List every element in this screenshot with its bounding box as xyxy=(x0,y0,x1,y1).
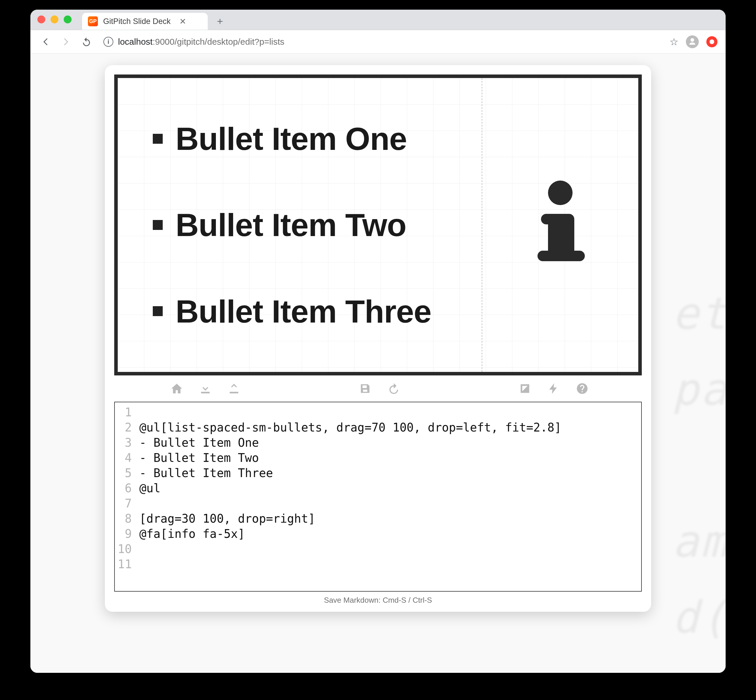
help-button[interactable] xyxy=(575,381,589,395)
editor-gutter: 1234567891011 xyxy=(115,402,136,591)
bullet-text: Bullet Item Two xyxy=(176,206,406,243)
close-tab-button[interactable]: ✕ xyxy=(180,17,186,26)
svg-point-0 xyxy=(548,181,573,205)
profile-avatar-icon[interactable] xyxy=(686,35,699,48)
bolt-button[interactable] xyxy=(547,381,561,395)
browser-tab[interactable]: GP GitPitch Slide Deck ✕ xyxy=(82,13,208,30)
new-tab-button[interactable]: ＋ xyxy=(213,14,227,28)
background-decoration: et pa am d( xyxy=(672,275,726,655)
url-port: :9000 xyxy=(153,37,174,47)
titlebar: GP GitPitch Slide Deck ✕ ＋ xyxy=(30,9,726,30)
expand-button[interactable] xyxy=(518,381,532,395)
page-viewport: et pa am d( Bullet Item One xyxy=(30,53,726,673)
list-item: Bullet Item Two xyxy=(153,206,470,243)
tab-title: GitPitch Slide Deck xyxy=(103,17,170,26)
bullet-icon xyxy=(153,220,163,230)
bullet-icon xyxy=(153,134,163,144)
site-info-icon[interactable]: i xyxy=(103,37,113,47)
upload-button[interactable] xyxy=(227,381,241,395)
address-bar-row: i localhost:9000/gitpitch/desktop/edit?p… xyxy=(30,30,726,53)
list-item: Bullet Item Three xyxy=(153,293,470,330)
bullet-icon xyxy=(153,306,163,316)
reload-button[interactable] xyxy=(80,35,94,49)
slide-right-region xyxy=(482,78,638,372)
bookmark-star-icon[interactable]: ☆ xyxy=(670,36,678,48)
list-item: Bullet Item One xyxy=(153,120,470,157)
close-window-button[interactable] xyxy=(37,16,45,23)
editor-toolbar xyxy=(114,375,642,402)
slide-content: Bullet Item One Bullet Item Two Bullet I… xyxy=(118,78,638,372)
minimize-window-button[interactable] xyxy=(50,16,58,23)
bullet-text: Bullet Item Three xyxy=(176,293,431,330)
bullet-text: Bullet Item One xyxy=(176,120,407,157)
window-controls xyxy=(37,16,72,23)
refresh-button[interactable] xyxy=(387,381,401,395)
save-hint: Save Markdown: Cmd-S / Ctrl-S xyxy=(114,592,642,605)
url-host: localhost xyxy=(118,37,153,47)
save-button[interactable] xyxy=(358,381,372,395)
extension-icon[interactable] xyxy=(706,36,717,47)
download-button[interactable] xyxy=(198,381,212,395)
home-button[interactable] xyxy=(170,381,184,395)
markdown-editor[interactable]: 1234567891011 @ul[list-spaced-sm-bullets… xyxy=(114,402,642,592)
editor-code-area[interactable]: @ul[list-spaced-sm-bullets, drag=70 100,… xyxy=(136,402,641,591)
forward-button[interactable] xyxy=(59,35,73,49)
back-button[interactable] xyxy=(39,35,53,49)
address-bar[interactable]: i localhost:9000/gitpitch/desktop/edit?p… xyxy=(100,37,663,47)
url-path: /gitpitch/desktop/edit?p=lists xyxy=(174,37,284,47)
slide-left-region: Bullet Item One Bullet Item Two Bullet I… xyxy=(118,78,482,372)
slide-preview[interactable]: Bullet Item One Bullet Item Two Bullet I… xyxy=(114,75,642,375)
gitpitch-app-shell: Bullet Item One Bullet Item Two Bullet I… xyxy=(105,65,651,612)
maximize-window-button[interactable] xyxy=(64,16,72,23)
browser-window: GP GitPitch Slide Deck ✕ ＋ i localhost:9… xyxy=(30,9,726,673)
favicon-icon: GP xyxy=(88,16,98,26)
info-icon xyxy=(533,181,588,269)
